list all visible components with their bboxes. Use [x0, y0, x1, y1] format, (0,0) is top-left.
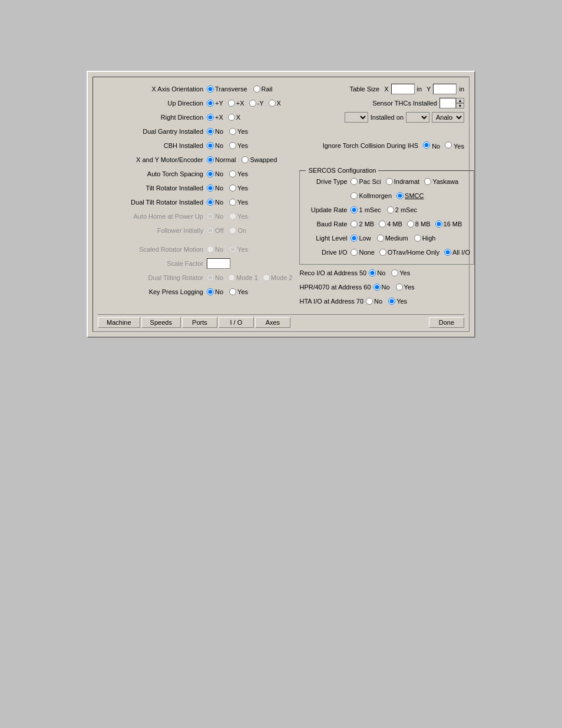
cbh-yes-radio[interactable]	[229, 142, 236, 149]
up-plusx-radio[interactable]	[228, 100, 235, 107]
dual-gantry-yes-radio[interactable]	[229, 128, 236, 135]
xy-swapped-radio[interactable]	[242, 156, 249, 163]
io-none-option[interactable]: None	[351, 249, 374, 256]
light-medium-radio[interactable]	[377, 235, 384, 242]
dual-tilt-no-option[interactable]: No	[207, 199, 223, 206]
tilt-rotator-no-radio[interactable]	[207, 185, 214, 192]
hpr-no-option[interactable]: No	[373, 284, 390, 291]
sensor-thcs-down-btn[interactable]: ▼	[456, 103, 464, 108]
baud-16mb-radio[interactable]	[435, 220, 442, 228]
dual-gantry-no-radio[interactable]	[207, 128, 214, 135]
auto-home-no-option[interactable]: No	[207, 213, 223, 220]
io-otrav-radio[interactable]	[379, 249, 386, 256]
drive-kollmorgen-option[interactable]: Kollmorgen	[351, 192, 392, 199]
auto-home-no-radio[interactable]	[207, 213, 214, 220]
baud-8mb-option[interactable]: 8 MB	[407, 220, 431, 228]
baud-4mb-radio[interactable]	[379, 220, 386, 228]
tab-io[interactable]: I / O	[219, 317, 254, 328]
io-all-option[interactable]: All I/O	[444, 249, 470, 256]
update-1ms-radio[interactable]	[351, 206, 358, 213]
ignore-torch-yes-option[interactable]: Yes	[445, 141, 464, 150]
dual-gantry-yes-option[interactable]: Yes	[229, 128, 248, 135]
xaxis-transverse-radio[interactable]	[207, 85, 214, 93]
dual-tilting-no-radio[interactable]	[207, 274, 214, 281]
up-x-radio[interactable]	[269, 100, 276, 107]
right-x-radio[interactable]	[228, 114, 235, 121]
xaxis-rail-radio[interactable]	[253, 85, 260, 93]
update-2ms-option[interactable]: 2 mSec	[387, 206, 417, 213]
right-x-option[interactable]: X	[228, 114, 240, 121]
drive-indramat-radio[interactable]	[386, 178, 393, 185]
update-2ms-radio[interactable]	[387, 206, 394, 213]
tab-ports[interactable]: Ports	[182, 317, 217, 328]
xy-swapped-option[interactable]: Swapped	[242, 156, 277, 163]
reco-no-radio[interactable]	[369, 269, 376, 276]
key-press-yes-option[interactable]: Yes	[229, 288, 248, 295]
auto-torch-yes-radio[interactable]	[229, 170, 236, 177]
baud-4mb-option[interactable]: 4 MB	[379, 220, 402, 228]
hpr-no-radio[interactable]	[373, 284, 381, 291]
ignore-torch-yes-radio[interactable]	[445, 141, 452, 149]
tab-speeds[interactable]: Speeds	[141, 317, 181, 328]
drive-yaskawa-option[interactable]: Yaskawa	[424, 178, 458, 185]
analog-select[interactable]: Analog 1	[432, 112, 464, 123]
follower-on-radio[interactable]	[229, 227, 236, 234]
follower-on-option[interactable]: On	[229, 227, 246, 234]
update-1ms-option[interactable]: 1 mSec	[351, 206, 381, 213]
up-x-option[interactable]: X	[269, 100, 281, 107]
hta-yes-radio[interactable]	[388, 298, 395, 305]
cbh-yes-option[interactable]: Yes	[229, 142, 248, 149]
hpr-yes-option[interactable]: Yes	[396, 284, 415, 291]
dual-tilting-mode2-option[interactable]: Mode 2	[263, 274, 293, 281]
hta-no-radio[interactable]	[366, 298, 373, 305]
auto-home-yes-option[interactable]: Yes	[229, 213, 248, 220]
xaxis-transverse-option[interactable]: Transverse	[207, 85, 247, 93]
io-none-radio[interactable]	[351, 249, 358, 256]
up-minusy-option[interactable]: -Y	[249, 100, 264, 107]
dual-tilt-yes-option[interactable]: Yes	[229, 199, 248, 206]
up-plusy-radio[interactable]	[207, 100, 214, 107]
baud-2mb-option[interactable]: 2 MB	[351, 220, 374, 228]
up-plusx-option[interactable]: +X	[228, 100, 244, 107]
tilt-rotator-yes-radio[interactable]	[229, 185, 236, 192]
reco-yes-option[interactable]: Yes	[391, 269, 410, 276]
scaled-rotator-yes-option[interactable]: Yes	[229, 246, 248, 253]
hpr-yes-radio[interactable]	[396, 284, 403, 291]
table-x-input[interactable]: 48	[391, 84, 415, 94]
drive-indramat-option[interactable]: Indramat	[386, 178, 419, 185]
follower-off-option[interactable]: Off	[207, 227, 223, 234]
tab-machine[interactable]: Machine	[98, 317, 140, 328]
table-y-input[interactable]: 96	[433, 84, 457, 94]
light-low-radio[interactable]	[351, 235, 358, 242]
installed-on-select2[interactable]	[406, 112, 429, 123]
ignore-torch-no-radio[interactable]	[423, 141, 430, 149]
light-high-option[interactable]: High	[414, 235, 436, 242]
light-low-option[interactable]: Low	[351, 235, 371, 242]
io-otrav-option[interactable]: OTrav/Home Only	[379, 249, 439, 256]
right-plusx-option[interactable]: +X	[207, 114, 223, 121]
xy-normal-radio[interactable]	[207, 156, 214, 163]
hta-no-option[interactable]: No	[366, 298, 382, 305]
tab-axes[interactable]: Axes	[255, 317, 290, 328]
follower-off-radio[interactable]	[207, 227, 214, 234]
tilt-rotator-no-option[interactable]: No	[207, 185, 223, 192]
drive-kollmorgen-radio[interactable]	[351, 192, 358, 199]
reco-yes-radio[interactable]	[391, 269, 398, 276]
right-plusx-radio[interactable]	[207, 114, 214, 121]
auto-torch-no-option[interactable]: No	[207, 170, 223, 177]
scaled-rotator-no-radio[interactable]	[207, 246, 214, 253]
dual-tilt-no-radio[interactable]	[207, 199, 214, 206]
key-press-no-option[interactable]: No	[207, 288, 223, 295]
up-plusy-option[interactable]: +Y	[207, 100, 223, 107]
auto-home-yes-radio[interactable]	[229, 213, 236, 220]
dual-tilting-no-option[interactable]: No	[207, 274, 223, 281]
xaxis-rail-option[interactable]: Rail	[253, 85, 273, 93]
scaled-rotator-no-option[interactable]: No	[207, 246, 223, 253]
key-press-yes-radio[interactable]	[229, 288, 236, 295]
ignore-torch-no-option[interactable]: No	[423, 141, 440, 150]
drive-smcc-radio[interactable]	[396, 192, 404, 199]
auto-torch-no-radio[interactable]	[207, 170, 214, 177]
drive-pac-sci-option[interactable]: Pac Sci	[351, 178, 381, 185]
dual-tilting-mode2-radio[interactable]	[263, 274, 270, 281]
dual-gantry-no-option[interactable]: No	[207, 128, 223, 135]
